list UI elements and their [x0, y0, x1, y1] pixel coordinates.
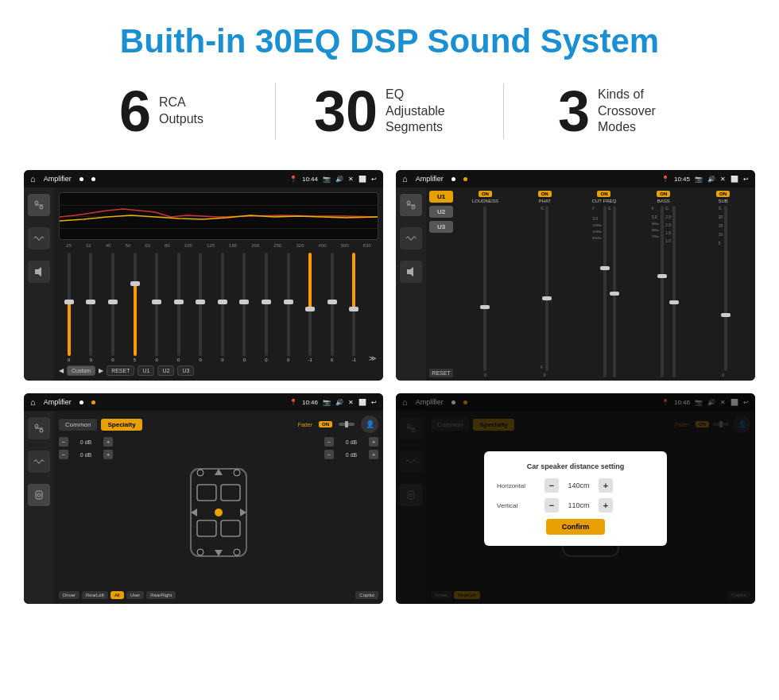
eq-reset-btn[interactable]: RESET [107, 365, 134, 376]
dialog-vertical-label: Vertical [497, 502, 541, 509]
fader-btn-copilot[interactable]: Copilot [355, 591, 378, 599]
eq-sliders: 0 0 0 5 0 0 0 0 0 0 0 -1 0 -1 ≫ [59, 253, 378, 362]
cross-sub-ch: ON SUB G 20 15 10 5 [694, 191, 752, 377]
eq-slider-12[interactable]: 0 [322, 253, 343, 362]
eq-u2-btn[interactable]: U2 [157, 365, 174, 376]
back-icon[interactable]: ↩ [371, 176, 377, 183]
dialog-horizontal-plus[interactable]: + [599, 478, 613, 493]
cross-sidebar-wave-btn[interactable] [400, 227, 422, 249]
eq-u1-btn[interactable]: U1 [138, 365, 154, 376]
fader-db-val-3: 0 dB [336, 439, 366, 445]
eq-slider-6[interactable]: 0 [190, 253, 211, 362]
camera-icon-fader: 📷 [323, 399, 331, 406]
fader-right-db: − 0 dB + − 0 dB + [324, 437, 378, 587]
stat-label-eq: EQ AdjustableSegments [386, 87, 465, 136]
svg-marker-21 [215, 469, 223, 475]
cross-cutfreq-slider2[interactable] [613, 206, 616, 377]
close-icon-cross: ✕ [720, 176, 726, 183]
home-icon-cross[interactable]: ⌂ [402, 174, 408, 184]
eq-slider-11[interactable]: -1 [300, 253, 320, 362]
camera-icon-cross: 📷 [695, 176, 703, 183]
eq-u3-btn[interactable]: U3 [177, 365, 194, 376]
eq-sidebar-wave-btn[interactable] [28, 227, 50, 249]
cross-bass-on[interactable]: ON [657, 191, 670, 197]
confirm-button[interactable]: Confirm [546, 519, 606, 535]
cross-cutfreq-on[interactable]: ON [597, 191, 610, 197]
eq-sidebar-vol-btn[interactable] [28, 261, 50, 283]
fader-tabs: Common Specialty Fader ON 👤 [59, 416, 378, 433]
fader-plus-4[interactable]: + [369, 450, 378, 459]
fader-tab-common[interactable]: Common [59, 419, 97, 431]
fader-btn-user[interactable]: User [126, 591, 145, 599]
cross-u1-btn[interactable]: U1 [429, 191, 453, 203]
cross-sub-on[interactable]: ON [716, 191, 730, 197]
back-icon-fader[interactable]: ↩ [371, 399, 377, 406]
cross-phat-slider[interactable] [545, 206, 548, 371]
fader-time: 10:46 [302, 399, 318, 406]
close-icon-fader: ✕ [348, 399, 354, 406]
fader-tab-specialty[interactable]: Specialty [101, 419, 141, 431]
cross-u3-btn[interactable]: U3 [429, 221, 453, 233]
eq-sidebar-eq-btn[interactable] [28, 194, 50, 216]
fader-sidebar-wave-btn[interactable] [28, 451, 50, 473]
cross-sub-slider[interactable] [724, 206, 727, 371]
eq-slider-13[interactable]: -1 [344, 253, 365, 362]
cross-time: 10:45 [674, 176, 690, 183]
fader-minus-2[interactable]: − [59, 450, 68, 459]
svg-point-10 [40, 429, 43, 432]
eq-slider-9[interactable]: 0 [256, 253, 277, 362]
fader-btn-rearright[interactable]: RearRight [146, 591, 176, 599]
cross-phat-on[interactable]: ON [538, 191, 552, 197]
fader-screen: ⌂ Amplifier 📍 10:46 📷 🔊 ✕ ⬜ ↩ [24, 393, 383, 604]
dialog-vertical-minus[interactable]: − [545, 498, 559, 512]
dialog-vertical-plus[interactable]: + [599, 498, 613, 512]
fader-sidebar-spk-btn[interactable] [28, 484, 50, 506]
svg-rect-14 [345, 421, 348, 427]
cross-u2-btn[interactable]: U2 [429, 206, 453, 218]
cross-reset-btn[interactable]: RESET [429, 369, 453, 377]
eq-slider-4[interactable]: 0 [146, 253, 167, 362]
eq-slider-1[interactable]: 0 [81, 253, 102, 362]
fader-car-diagram [183, 461, 254, 564]
fader-minus-1[interactable]: − [59, 437, 68, 447]
eq-prev-btn[interactable]: ◀ [59, 367, 64, 374]
fader-minus-4[interactable]: − [324, 450, 334, 459]
fader-sidebar-eq-btn[interactable] [28, 417, 50, 439]
location-icon-fader: 📍 [289, 399, 297, 406]
back-icon-cross[interactable]: ↩ [743, 176, 749, 183]
eq-slider-2[interactable]: 0 [103, 253, 123, 362]
cross-bass-slider2[interactable] [672, 206, 676, 377]
eq-slider-7[interactable]: 0 [212, 253, 233, 362]
eq-slider-5[interactable]: 0 [169, 253, 189, 362]
eq-slider-3[interactable]: 5 [125, 253, 145, 362]
eq-custom-btn[interactable]: Custom [67, 365, 95, 376]
fader-btn-all[interactable]: All [110, 591, 124, 599]
eq-slider-0[interactable]: 0 [59, 253, 79, 362]
eq-scroll-right[interactable]: ≫ [366, 354, 378, 362]
status-dot-cross [452, 177, 455, 181]
eq-slider-10[interactable]: 0 [278, 253, 299, 362]
home-icon[interactable]: ⌂ [30, 174, 36, 184]
cross-loudness-on[interactable]: ON [479, 191, 492, 197]
cross-loudness-slider1[interactable] [483, 206, 486, 371]
eq-slider-8[interactable]: 0 [234, 253, 255, 362]
cross-cutfreq-slider1[interactable] [603, 206, 607, 377]
distance-screen: ⌂ Amplifier 📍 10:46 📷 🔊 ✕ ⬜ ↩ [396, 393, 755, 604]
distance-dialog-overlay: Car speaker distance setting Horizontal … [396, 393, 755, 604]
fader-plus-2[interactable]: + [103, 450, 113, 459]
fader-plus-3[interactable]: + [369, 437, 378, 447]
dialog-horizontal-minus[interactable]: − [545, 478, 559, 493]
cross-bass-slider1[interactable] [661, 206, 664, 377]
fader-on-btn[interactable]: ON [319, 421, 332, 427]
home-icon-fader[interactable]: ⌂ [30, 397, 36, 407]
fader-minus-3[interactable]: − [324, 437, 334, 447]
camera-icon: 📷 [323, 176, 331, 183]
fader-btn-driver[interactable]: Driver [59, 591, 79, 599]
fader-btn-rearleft[interactable]: RearLeft [82, 591, 108, 599]
stat-number-eq: 30 [314, 83, 378, 140]
eq-graph [59, 192, 378, 240]
eq-next-btn[interactable]: ▶ [99, 367, 103, 374]
fader-plus-1[interactable]: + [103, 437, 113, 447]
cross-sidebar-eq-btn[interactable] [400, 194, 422, 216]
cross-sidebar-vol-btn[interactable] [400, 261, 422, 283]
